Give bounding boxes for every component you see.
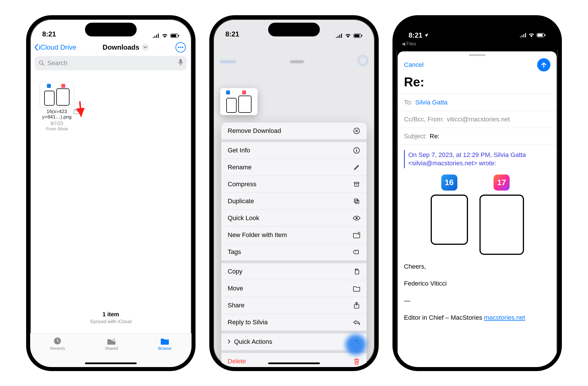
svg-point-4 xyxy=(180,46,181,48)
tab-recents[interactable]: Recents xyxy=(50,337,65,367)
x-circle-icon xyxy=(353,127,360,135)
menu-item-duplicate[interactable]: Duplicate xyxy=(221,193,367,210)
back-button[interactable]: iCloud Drive xyxy=(34,43,76,51)
menu-item-copy[interactable]: Copy xyxy=(221,263,367,280)
svg-point-5 xyxy=(182,46,183,48)
mail-body[interactable]: On Sep 7, 2023, at 12:29 PM, Silvia Gatt… xyxy=(398,145,557,327)
file-item[interactable]: 16(x=423 y=841…).png 9/7/23 From Silvia xyxy=(35,82,78,131)
sig-line: Editor in Chief – MacStories macstories.… xyxy=(404,313,550,322)
subject-row[interactable]: Subject: Re: xyxy=(398,128,557,145)
shared-folder-icon xyxy=(107,337,116,345)
search-field[interactable]: Search xyxy=(35,56,187,70)
svg-rect-33 xyxy=(545,34,546,36)
menu-item-label: Reply to Silvia xyxy=(228,319,268,326)
svg-rect-2 xyxy=(178,35,179,36)
svg-rect-15 xyxy=(361,35,362,36)
folder-icon xyxy=(160,337,170,345)
cc-label: Cc/Bcc, From: xyxy=(404,116,444,123)
tab-browse[interactable]: Browse xyxy=(158,337,172,367)
svg-point-27 xyxy=(355,251,356,252)
sig-line: Cheers, xyxy=(404,262,550,271)
status-indicators xyxy=(152,34,179,38)
menu-item-rename[interactable]: Rename xyxy=(221,159,367,176)
svg-line-9 xyxy=(73,101,88,117)
menu-item-delete[interactable]: Delete xyxy=(221,353,367,370)
svg-point-6 xyxy=(39,61,43,64)
to-row[interactable]: To: Silvia Gatta xyxy=(398,94,557,111)
macstories-link[interactable]: macstories.net xyxy=(484,314,525,321)
menu-item-quick-actions[interactable]: Quick Actions xyxy=(221,333,367,350)
ipad-glyph xyxy=(238,96,252,113)
cellular-icon xyxy=(520,33,527,38)
cc-row[interactable]: Cc/Bcc, From: viticci@macstories.net xyxy=(398,111,557,128)
mic-icon xyxy=(178,59,183,65)
status-indicators xyxy=(520,31,546,39)
eye-icon xyxy=(353,214,360,222)
ios-17-icon: 17 xyxy=(494,174,510,191)
dynamic-island xyxy=(85,23,137,36)
svg-rect-29 xyxy=(356,269,358,270)
menu-item-label: Share xyxy=(228,302,245,309)
copy-icon xyxy=(353,268,360,275)
menu-item-share[interactable]: Share xyxy=(221,297,367,314)
wifi-icon xyxy=(162,34,168,38)
trash-icon xyxy=(353,358,360,365)
home-indicator[interactable] xyxy=(268,362,320,364)
clock-icon xyxy=(53,337,62,345)
menu-item-label: Rename xyxy=(228,164,252,171)
selected-file-preview[interactable] xyxy=(220,88,258,115)
os-17-mini-icon xyxy=(242,90,246,94)
menu-item-label: Duplicate xyxy=(228,197,254,205)
blurred-nav: ▪▪▪▪▪▪▪ ▪▪▪▪▪▪ xyxy=(213,40,375,67)
search-icon xyxy=(39,60,45,66)
cancel-button[interactable]: Cancel xyxy=(404,61,423,69)
menu-item-move[interactable]: Move xyxy=(221,280,367,297)
breadcrumb-back[interactable]: ◀ Files xyxy=(396,40,558,49)
status-time: 8:21 xyxy=(409,31,422,39)
menu-item-tags[interactable]: Tags xyxy=(221,243,367,260)
chevron-left-icon xyxy=(34,44,38,51)
os-16-mini-icon xyxy=(226,90,230,94)
menu-item-label: Remove Download xyxy=(228,127,281,135)
menu-item-get-info[interactable]: Get Info xyxy=(221,142,367,159)
chevron-right-icon xyxy=(228,338,231,346)
context-menu: Remove Download Get InfoRenameCompressDu… xyxy=(221,123,367,370)
ipad-glyph xyxy=(226,98,237,113)
back-label: iCloud Drive xyxy=(39,43,76,51)
signature: Cheers, Federico Viticci — Editor in Chi… xyxy=(404,262,550,322)
sheet-header: Cancel xyxy=(398,56,557,71)
send-button[interactable] xyxy=(537,58,550,71)
status-time: 8:21 xyxy=(42,30,56,38)
dictate-button[interactable] xyxy=(178,59,183,67)
cellular-icon xyxy=(152,34,159,38)
menu-item-reply-to-silvia[interactable]: Reply to Silvia xyxy=(221,314,367,331)
more-button[interactable] xyxy=(175,42,186,53)
footer-info: 1 item Synced with iCloud xyxy=(30,311,192,325)
home-indicator[interactable] xyxy=(85,362,137,364)
ios-16-icon: 16 xyxy=(441,174,457,191)
menu-item-label: Compress xyxy=(228,181,256,188)
phone-mail-compose: 8:21 ◀ Files Cancel Re: To: Silvia Gatta… xyxy=(392,15,562,371)
nav-title-wrap: Downloads xyxy=(102,43,149,51)
status-time: 8:21 xyxy=(225,30,239,38)
archive-icon xyxy=(353,181,360,188)
menu-item-new-folder-with-item[interactable]: New Folder with Item xyxy=(221,226,367,243)
svg-rect-1 xyxy=(171,34,176,37)
arrow-up-icon xyxy=(541,62,547,68)
menu-item-label: Quick Actions xyxy=(234,338,272,346)
menu-item-remove-download[interactable]: Remove Download xyxy=(221,123,367,139)
menu-item-quick-look[interactable]: Quick Look xyxy=(221,210,367,226)
ipad-glyph xyxy=(479,195,524,255)
svg-rect-19 xyxy=(356,150,357,152)
os-16-mini-icon xyxy=(47,84,51,88)
status-indicators xyxy=(336,34,363,38)
subject-label: Subject: xyxy=(404,133,427,140)
blurred-more xyxy=(358,56,368,65)
ellipsis-icon xyxy=(178,46,183,48)
file-date: 9/7/23 xyxy=(35,121,78,126)
wifi-icon xyxy=(528,33,535,38)
breadcrumb-label: Files xyxy=(406,41,416,46)
title-dropdown-button[interactable] xyxy=(142,44,149,51)
menu-item-compress[interactable]: Compress xyxy=(221,176,367,193)
folder-icon xyxy=(353,285,360,292)
